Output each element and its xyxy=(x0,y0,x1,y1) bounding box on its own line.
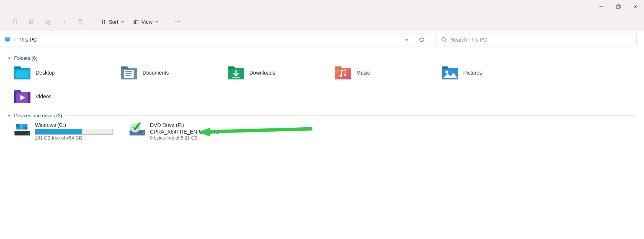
svg-rect-29 xyxy=(228,66,235,69)
drives-grid: Windows (C:) 181 GB free of 454 GB DVD D… xyxy=(7,121,637,141)
drive-capacity-bar xyxy=(35,129,113,135)
breadcrumb[interactable]: › This PC xyxy=(3,37,38,43)
svg-point-17 xyxy=(442,37,445,41)
svg-rect-16 xyxy=(6,42,9,42)
svg-rect-11 xyxy=(134,22,135,24)
svg-rect-6 xyxy=(29,20,32,24)
view-button[interactable]: View xyxy=(130,17,162,27)
paste-button[interactable] xyxy=(40,15,55,29)
svg-point-50 xyxy=(143,132,144,134)
svg-rect-20 xyxy=(14,66,21,69)
address-bar[interactable]: › This PC xyxy=(0,33,430,46)
address-history-button[interactable] xyxy=(402,35,412,45)
chevron-down-icon xyxy=(121,20,124,24)
svg-rect-40 xyxy=(14,92,16,103)
view-icon xyxy=(133,19,139,25)
copy-button[interactable] xyxy=(24,15,39,29)
refresh-button[interactable] xyxy=(416,35,427,45)
group-header-label: Devices and drives (2) xyxy=(14,113,62,118)
svg-rect-10 xyxy=(134,20,135,22)
music-icon xyxy=(334,65,352,80)
new-button[interactable] xyxy=(7,15,22,29)
sort-button[interactable]: Sort xyxy=(97,17,128,27)
search-input[interactable] xyxy=(451,37,632,43)
address-row: › This PC xyxy=(0,31,644,49)
folder-item-music[interactable]: Music xyxy=(334,65,438,81)
group-header-drives[interactable]: Devices and drives (2) xyxy=(7,110,637,121)
folder-item-desktop[interactable]: Desktop xyxy=(13,65,117,81)
svg-line-18 xyxy=(445,41,447,42)
folder-item-videos[interactable]: Videos xyxy=(13,88,117,105)
chevron-down-icon xyxy=(155,20,158,24)
chevron-down-icon xyxy=(405,37,409,42)
svg-point-43 xyxy=(28,133,29,134)
maximize-button[interactable] xyxy=(610,0,627,13)
folder-label: Music xyxy=(356,70,370,76)
titlebar xyxy=(0,0,644,13)
search-box[interactable] xyxy=(436,33,637,46)
svg-rect-23 xyxy=(121,66,128,69)
svg-point-33 xyxy=(340,75,342,77)
drive-icon xyxy=(13,122,31,137)
sort-icon xyxy=(101,19,107,25)
toolbar-divider xyxy=(92,17,92,26)
folder-item-pictures[interactable]: Pictures xyxy=(441,65,545,81)
chevron-down-icon xyxy=(7,56,11,60)
svg-rect-8 xyxy=(45,20,48,24)
drive-free-text: 181 GB free of 454 GB xyxy=(35,135,121,141)
divider xyxy=(65,115,637,116)
toolbar-divider xyxy=(167,17,167,26)
folder-label: Videos xyxy=(36,94,52,99)
folder-label: Downloads xyxy=(249,70,275,76)
svg-point-34 xyxy=(344,74,346,76)
drive-name: DVD Drive (F:) xyxy=(150,122,236,128)
svg-rect-36 xyxy=(442,66,448,69)
folder-label: Documents xyxy=(143,70,169,76)
svg-rect-47 xyxy=(25,127,27,130)
documents-icon xyxy=(120,65,138,80)
svg-rect-46 xyxy=(16,124,19,127)
more-button[interactable]: ··· xyxy=(171,17,184,27)
drive-name: Windows (C:) xyxy=(35,122,121,128)
chevron-down-icon xyxy=(7,114,11,118)
view-label: View xyxy=(141,19,153,25)
drive-volume-label: CPRA_X64FRE_EN-US_DV5 xyxy=(150,129,236,135)
delete-button[interactable] xyxy=(73,15,88,29)
drive-capacity-fill xyxy=(35,129,82,134)
toolbar: Sort View ··· xyxy=(0,13,644,31)
minimize-button[interactable] xyxy=(593,0,610,13)
refresh-icon xyxy=(419,37,425,43)
downloads-icon xyxy=(227,65,245,80)
more-label: ··· xyxy=(175,19,181,25)
pictures-icon xyxy=(441,65,459,80)
svg-rect-21 xyxy=(16,71,29,78)
content-area: Folders (6) Desktop Documents Downloads xyxy=(0,49,644,144)
divider xyxy=(40,58,637,58)
folder-label: Pictures xyxy=(463,70,482,76)
sort-label: Sort xyxy=(109,19,118,25)
drive-item-dvd[interactable]: DVD Drive (F:) CPRA_X64FRE_EN-US_DV5 0 b… xyxy=(128,122,236,141)
pc-icon xyxy=(4,37,11,43)
group-header-label: Folders (6) xyxy=(14,55,37,61)
drive-free-text: 0 bytes free of 5.21 GB xyxy=(150,135,236,141)
drive-item-c[interactable]: Windows (C:) 181 GB free of 454 GB xyxy=(13,122,121,141)
svg-rect-32 xyxy=(335,66,341,69)
svg-rect-2 xyxy=(617,6,620,9)
svg-rect-5 xyxy=(13,20,16,24)
group-header-folders[interactable]: Folders (6) xyxy=(7,52,637,63)
close-button[interactable] xyxy=(627,0,644,13)
videos-icon xyxy=(13,89,31,104)
folder-item-downloads[interactable]: Downloads xyxy=(227,65,331,81)
svg-rect-41 xyxy=(28,92,30,103)
svg-rect-15 xyxy=(5,38,10,40)
folder-item-documents[interactable]: Documents xyxy=(120,65,224,81)
breadcrumb-label: This PC xyxy=(19,37,37,43)
search-icon xyxy=(441,37,447,43)
folder-label: Desktop xyxy=(36,70,55,76)
share-button[interactable] xyxy=(56,15,71,29)
folders-grid: Desktop Documents Downloads Music xyxy=(7,63,637,110)
window-controls xyxy=(593,0,644,13)
svg-point-37 xyxy=(445,71,448,73)
chevron-right-icon: › xyxy=(13,37,16,42)
dvd-drive-icon xyxy=(128,122,146,137)
